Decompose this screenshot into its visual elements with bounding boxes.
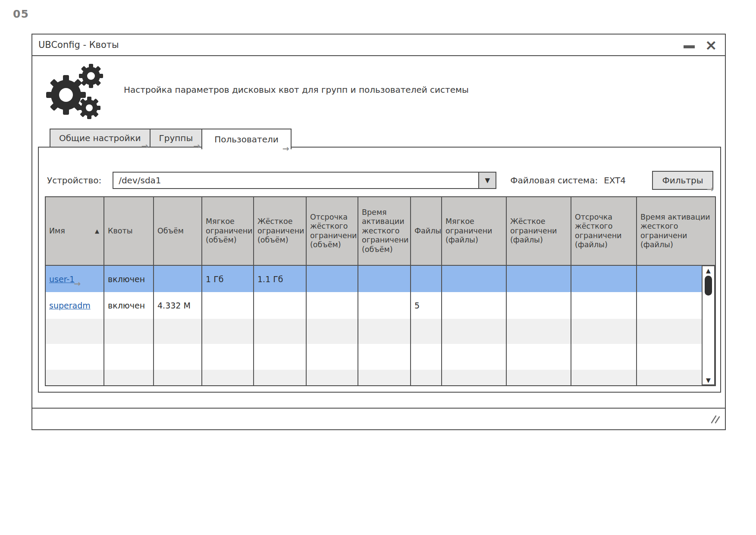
link-arrow-icon: → (141, 141, 148, 151)
filesystem-info: Файловая система: EXT4 (510, 175, 626, 186)
scrollbar-thumb[interactable] (705, 276, 712, 296)
column-header-soft-limit-volume[interactable]: Мягкое ограничени (объём) (202, 197, 254, 265)
close-icon[interactable]: × (705, 38, 718, 51)
column-header-hard-limit-files[interactable]: Жёсткое ограничени (файлы) (506, 197, 571, 265)
tab-label: Общие настройки (59, 133, 141, 143)
empty-table-row (46, 370, 715, 386)
user-link[interactable]: user-1 → (49, 274, 75, 284)
filters-button-label: Фильтры (662, 175, 703, 186)
link-arrow-icon: → (282, 144, 289, 153)
minimize-icon[interactable] (684, 45, 695, 48)
cell-soft-limit-volume: 1 Гб (202, 265, 254, 292)
cell-soft-limit-volume (202, 292, 254, 319)
cell-files: 5 (411, 292, 442, 319)
vertical-scrollbar[interactable]: ▲ ▼ (702, 265, 715, 385)
column-header-label: Имя (49, 227, 65, 236)
cell-hard-limit-files (506, 265, 571, 292)
cell-quota-status: включен (104, 292, 154, 319)
users-tab-panel: Устройство: /dev/sda1 ▼ Файловая система… (38, 147, 721, 393)
cell-hard-limit-files (506, 292, 571, 319)
cell-quota-status: включен (104, 265, 154, 292)
tab-bar: Общие настройки → Группы → Пользователи … (50, 129, 291, 149)
device-combobox-value: /dev/sda1 (113, 173, 478, 188)
title-bar: UBConfig - Квоты × (32, 35, 725, 56)
cell-soft-limit-files (442, 265, 506, 292)
link-arrow-icon: → (193, 141, 200, 151)
user-link-label: user-1 (49, 274, 75, 284)
column-header-activation-time-volume[interactable]: Время активации жесткого ограничени (объ… (358, 197, 411, 265)
quota-table-container: Имя ▲ Квоты Объём Мягкое ограничени (объ… (45, 196, 716, 386)
device-toolbar: Устройство: /dev/sda1 ▼ Файловая система… (47, 171, 713, 190)
column-header-soft-limit-files[interactable]: Мягкое ограничени (файлы) (442, 197, 506, 265)
status-bar (32, 408, 725, 429)
device-combobox[interactable]: /dev/sda1 ▼ (113, 172, 496, 189)
table-row-user-1-selected[interactable]: user-1 → включен 1 Гб 1.1 Гб (46, 265, 715, 292)
column-header-grace-volume[interactable]: Отсрочка жёсткого ограничени (объём) (306, 197, 358, 265)
user-link-label: superadm (49, 301, 91, 310)
device-label: Устройство: (47, 175, 101, 186)
resize-grip-icon[interactable] (710, 415, 721, 426)
chevron-down-icon[interactable]: ▼ (478, 173, 496, 188)
cell-name: superadm (46, 292, 104, 319)
cell-volume: 4.332 M (154, 292, 202, 319)
empty-table-row (46, 319, 715, 344)
scroll-down-icon[interactable]: ▼ (706, 376, 711, 384)
column-header-hard-limit-volume[interactable]: Жёсткое ограничени (объём) (254, 197, 306, 265)
dialog-description: Настройка параметров дисковых квот для г… (124, 85, 469, 95)
cell-grace-files (571, 292, 637, 319)
column-header-volume[interactable]: Объём (154, 197, 202, 265)
window-title: UBConfig - Квоты (38, 40, 119, 50)
app-window: UBConfig - Квоты × (31, 34, 726, 430)
link-arrow-icon: → (707, 184, 714, 194)
scroll-up-icon[interactable]: ▲ (706, 266, 711, 275)
filesystem-value: EXT4 (604, 175, 626, 186)
column-header-files[interactable]: Файлы (411, 197, 442, 265)
column-header-quotas[interactable]: Квоты (104, 197, 154, 265)
tab-general-settings[interactable]: Общие настройки → (50, 129, 151, 148)
table-row-superadm[interactable]: superadm включен 4.332 M 5 (46, 292, 715, 319)
filesystem-label: Файловая система: (510, 175, 598, 186)
table-header-row: Имя ▲ Квоты Объём Мягкое ограничени (объ… (46, 197, 715, 265)
cell-hard-limit-volume (254, 292, 306, 319)
column-header-grace-files[interactable]: Отсрочка жёсткого ограничени (файлы) (571, 197, 637, 265)
link-arrow-icon: → (74, 279, 81, 288)
tab-users[interactable]: Пользователи → (201, 129, 292, 149)
cell-hard-limit-volume: 1.1 Гб (254, 265, 306, 292)
filters-button[interactable]: Фильтры → (652, 171, 713, 190)
cell-grace-volume (306, 265, 358, 292)
quota-table: Имя ▲ Квоты Объём Мягкое ограничени (объ… (46, 197, 715, 386)
page-number-label: 05 (13, 8, 29, 20)
cell-grace-volume (306, 292, 358, 319)
gears-icon (44, 61, 108, 123)
cell-activation-time-volume (358, 265, 411, 292)
cell-files (411, 265, 442, 292)
tab-groups[interactable]: Группы → (150, 129, 203, 148)
cell-soft-limit-files (442, 292, 506, 319)
cell-name: user-1 → (46, 265, 104, 292)
column-header-name[interactable]: Имя ▲ (46, 197, 104, 265)
cell-volume (154, 265, 202, 292)
cell-activation-time-volume (358, 292, 411, 319)
tab-label: Группы (159, 133, 193, 143)
sort-asc-icon: ▲ (95, 228, 99, 235)
user-link[interactable]: superadm (49, 301, 91, 310)
empty-table-row (46, 344, 715, 370)
column-header-activation-time-files[interactable]: Время активации жесткого ограничени (фай… (637, 197, 715, 265)
tab-label: Пользователи (214, 134, 279, 145)
window-controls: × (684, 38, 718, 51)
cell-grace-files (571, 265, 637, 292)
